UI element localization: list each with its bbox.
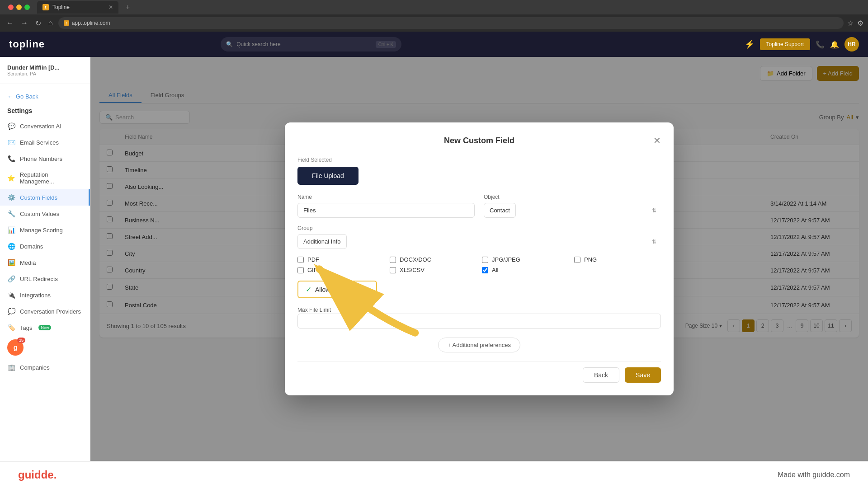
group-select[interactable]: Additional Info: [297, 234, 347, 249]
window-control-red[interactable]: [8, 5, 14, 10]
group-select-arrow-icon: ⇅: [652, 239, 656, 245]
notification-count-badge: 15: [17, 338, 25, 343]
browser-toolbar: ← → ↻ ⌂ t app.topline.com ☆ ⚙: [0, 14, 868, 32]
tags-icon: 🏷️: [7, 324, 15, 331]
group-label: Group: [297, 225, 661, 231]
bookmark-button[interactable]: ☆: [847, 19, 854, 28]
search-placeholder-text: Quick search here: [236, 41, 372, 47]
sidebar-item-url-redirects[interactable]: 🔗 URL Redirects: [0, 271, 90, 287]
modal-overlay[interactable]: New Custom Field ✕ Field Selected File U…: [90, 57, 868, 461]
support-button[interactable]: Topline Support: [760, 38, 810, 50]
docx-doc-checkbox-item[interactable]: DOCX/DOC: [390, 256, 476, 263]
group-field-group: Group Additional Info ⇅: [297, 225, 661, 249]
allow-multiple-section: ✓ Allow Multiple Files: [297, 281, 661, 298]
all-checkbox[interactable]: [482, 267, 488, 273]
extensions-button[interactable]: ⚙: [857, 19, 863, 28]
domains-icon: 🌐: [7, 243, 15, 250]
back-button[interactable]: Back: [583, 367, 619, 383]
name-label: Name: [297, 194, 475, 200]
xls-csv-checkbox-item[interactable]: XLS/CSV: [390, 267, 476, 273]
object-label: Object: [484, 194, 661, 200]
home-button[interactable]: ⌂: [47, 17, 55, 29]
new-tab-button[interactable]: +: [122, 3, 133, 11]
name-input[interactable]: [297, 203, 475, 218]
reload-button[interactable]: ↻: [33, 17, 43, 29]
guidde-logo: guidde.: [18, 469, 57, 481]
company-selector[interactable]: Dunder Mifflin [D... Scranton, PA: [0, 64, 90, 84]
notifications-button[interactable]: 🔔: [830, 40, 839, 49]
sidebar-label-tags: Tags: [20, 324, 32, 331]
company-name: Dunder Mifflin [D...: [7, 64, 83, 71]
all-checkbox-item[interactable]: All: [482, 267, 569, 273]
sidebar-item-conversation-ai[interactable]: 💬 Conversation AI: [0, 118, 90, 134]
sidebar-item-reputation-mgmt[interactable]: ⭐ Reputation Manageme...: [0, 167, 90, 189]
main-area: Dunder Mifflin [D... Scranton, PA ← Go B…: [0, 57, 868, 461]
sidebar-item-manage-scoring[interactable]: 📊 Manage Scoring: [0, 222, 90, 238]
sidebar-item-custom-fields[interactable]: ⚙️ Custom Fields: [0, 189, 90, 206]
modal-close-button[interactable]: ✕: [653, 135, 661, 146]
xls-csv-label: XLS/CSV: [400, 267, 425, 273]
jpg-jpeg-checkbox-item[interactable]: JPG/JPEG: [482, 256, 569, 263]
search-shortcut: Ctrl + K: [376, 41, 396, 48]
go-back-button[interactable]: ← Go Back: [0, 89, 90, 103]
additional-preferences-button[interactable]: + Additional preferences: [438, 338, 520, 352]
guidde-user-avatar[interactable]: g 15: [7, 339, 24, 356]
address-bar[interactable]: t app.topline.com: [58, 17, 844, 29]
email-services-icon: ✉️: [7, 139, 15, 146]
back-label: Go Back: [16, 93, 38, 100]
name-object-row: Name Object Contact ⇅: [297, 194, 661, 218]
user-avatar[interactable]: HR: [844, 37, 859, 52]
pdf-checkbox[interactable]: [297, 257, 304, 263]
sidebar-item-custom-values[interactable]: 🔧 Custom Values: [0, 206, 90, 222]
pdf-checkbox-item[interactable]: PDF: [297, 256, 384, 263]
conv-providers-icon: 💭: [7, 308, 15, 315]
max-file-limit-input[interactable]: [297, 314, 661, 328]
sidebar-item-companies[interactable]: 🏢 Companies: [0, 359, 90, 375]
file-types-row-2: GIF XLS/CSV All: [297, 267, 661, 273]
browser-tab[interactable]: t Topline ✕: [37, 1, 118, 14]
tab-close-button[interactable]: ✕: [108, 4, 113, 10]
sidebar-item-integrations[interactable]: 🔌 Integrations: [0, 287, 90, 303]
png-label: PNG: [584, 256, 597, 263]
window-control-yellow[interactable]: [16, 5, 22, 10]
jpg-jpeg-checkbox[interactable]: [482, 257, 488, 263]
search-bar[interactable]: 🔍 Quick search here Ctrl + K: [221, 37, 401, 52]
conversation-ai-icon: 💬: [7, 122, 15, 130]
forward-nav-button[interactable]: →: [19, 17, 30, 29]
sidebar-item-email-services[interactable]: ✉️ Email Services: [0, 134, 90, 150]
max-file-limit-label: Max File Limit: [297, 307, 331, 313]
save-button[interactable]: Save: [625, 367, 661, 383]
png-checkbox[interactable]: [574, 257, 580, 263]
xls-csv-checkbox[interactable]: [390, 267, 396, 273]
sidebar-item-media[interactable]: 🖼️ Media: [0, 254, 90, 271]
name-field-group: Name: [297, 194, 475, 218]
window-control-green[interactable]: [24, 5, 30, 10]
docx-doc-checkbox[interactable]: [390, 257, 396, 263]
app-logo: topline: [9, 38, 45, 50]
sidebar-item-phone-numbers[interactable]: 📞 Phone Numbers: [0, 150, 90, 167]
integrations-icon: 🔌: [7, 291, 15, 299]
phone-numbers-icon: 📞: [7, 155, 15, 162]
sidebar: Dunder Mifflin [D... Scranton, PA ← Go B…: [0, 57, 90, 461]
field-selected-section: Field Selected File Upload: [297, 157, 661, 194]
phone-icon-button[interactable]: 📞: [816, 40, 825, 49]
browser-chrome: t Topline ✕ + ← → ↻ ⌂ t app.topline.com …: [0, 0, 868, 32]
file-types-row-1: PDF DOCX/DOC JPG/JPEG: [297, 256, 661, 263]
sidebar-item-domains[interactable]: 🌐 Domains: [0, 238, 90, 254]
png-checkbox-item[interactable]: PNG: [574, 256, 661, 263]
docx-doc-label: DOCX/DOC: [400, 256, 431, 263]
lightning-icon: ⚡: [745, 39, 755, 49]
labs-new-badge: New: [38, 325, 51, 330]
gif-checkbox[interactable]: [297, 267, 304, 273]
object-select-arrow-icon: ⇅: [652, 207, 656, 214]
sidebar-item-tags[interactable]: 🏷️ Tags New: [0, 319, 90, 336]
jpg-jpeg-label: JPG/JPEG: [492, 256, 520, 263]
main-content: 📁 Add Folder + Add Field All Fields Fiel…: [90, 57, 868, 461]
back-nav-button[interactable]: ←: [5, 17, 15, 29]
object-select[interactable]: Contact: [484, 203, 516, 218]
gif-checkbox-item[interactable]: GIF: [297, 267, 384, 273]
sidebar-item-conversation-providers[interactable]: 💭 Conversation Providers: [0, 303, 90, 319]
sidebar-label-phone-numbers: Phone Numbers: [20, 155, 62, 162]
file-upload-type-button[interactable]: File Upload: [297, 167, 359, 185]
manage-scoring-icon: 📊: [7, 226, 15, 234]
